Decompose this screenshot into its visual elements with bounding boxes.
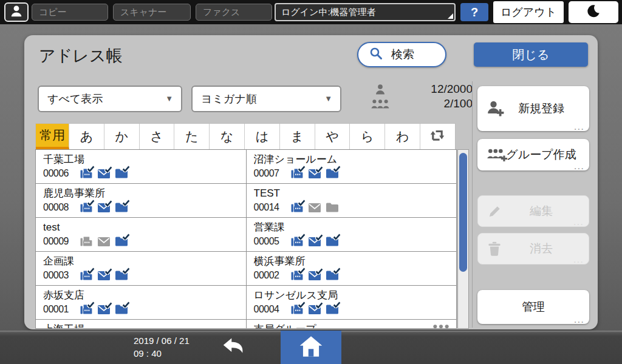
index-tab-か[interactable]: か xyxy=(104,124,140,149)
list-scrollbar-thumb[interactable] xyxy=(459,153,467,272)
home-icon xyxy=(299,335,323,360)
device-screen: コピー スキャナー ファクス ログイン中:機器管理者 ? ログアウト アドレス帳… xyxy=(0,0,622,364)
mail-icon xyxy=(98,169,110,178)
contact-code: 00003 xyxy=(43,270,75,281)
index-switch-button[interactable] xyxy=(420,124,455,149)
fax-icon xyxy=(80,203,92,212)
folder-icon xyxy=(115,169,128,178)
sort-value: ヨミガナ順 xyxy=(201,93,257,105)
entry-count: 12/2000 xyxy=(392,83,473,96)
contact-code: 00009 xyxy=(43,236,75,247)
contact-code: 00014 xyxy=(254,202,285,213)
contact-cell[interactable]: 上海工場 xyxy=(36,320,246,329)
contact-code: 00001 xyxy=(43,304,75,315)
contact-detail-line: 00006 xyxy=(43,168,240,179)
index-tab-た[interactable]: た xyxy=(174,124,210,149)
index-tab-さ[interactable]: さ xyxy=(140,124,175,149)
index-tab-常用[interactable]: 常用 xyxy=(36,124,69,149)
contact-cell[interactable]: 横浜事業所 00002 xyxy=(247,252,457,285)
delete-label: 消去 xyxy=(514,241,553,257)
folder-icon xyxy=(115,271,128,280)
ellipsis: ... xyxy=(573,218,584,226)
tab-copy[interactable]: コピー xyxy=(32,4,108,21)
index-tab-わ[interactable]: わ xyxy=(385,124,420,149)
filter-value: すべて表示 xyxy=(47,93,103,105)
contact-cell[interactable]: 赤坂支店 00001 xyxy=(36,286,246,319)
create-group-button[interactable]: グループ作成 ... xyxy=(477,139,589,170)
contact-detail-line: 00002 xyxy=(254,270,451,281)
contact-cell[interactable]: 千葉工場 00006 xyxy=(36,150,246,183)
contact-list: 千葉工場 00006 沼津ショールーム 00007 xyxy=(35,149,457,329)
close-button[interactable]: 閉じる xyxy=(474,42,588,67)
contact-name: 赤坂支店 xyxy=(43,288,240,303)
register-button[interactable]: 新規登録 ... xyxy=(477,86,589,131)
contact-code: 00004 xyxy=(254,304,285,315)
list-scrollbar-track[interactable] xyxy=(457,149,469,329)
trash-icon xyxy=(488,241,501,256)
delete-button[interactable]: 消去 ... xyxy=(477,233,589,265)
mail-icon xyxy=(98,271,110,280)
contact-cell[interactable]: 鹿児島事業所 00008 xyxy=(36,184,246,217)
folder-icon xyxy=(326,271,338,280)
index-tab-な[interactable]: な xyxy=(210,124,245,149)
contact-name: TEST xyxy=(254,186,451,201)
index-tab-ま[interactable]: ま xyxy=(280,124,315,149)
contact-cell[interactable]: 支局グループ xyxy=(247,320,457,329)
help-button[interactable]: ? xyxy=(460,3,488,21)
ellipsis: ... xyxy=(573,255,584,264)
contact-cell[interactable]: 企画課 00003 xyxy=(36,252,246,285)
contact-name: 営業課 xyxy=(254,220,451,235)
folder-icon xyxy=(115,237,128,246)
contact-code: 00007 xyxy=(254,168,285,179)
search-button[interactable]: 検索 xyxy=(357,42,446,67)
contact-cell[interactable]: 沼津ショールーム 00007 xyxy=(247,150,457,183)
group-count: 2/100 xyxy=(392,97,473,110)
contact-cell[interactable]: test 00009 xyxy=(36,218,246,251)
mail-icon xyxy=(309,237,321,246)
manage-button[interactable]: 管理 ... xyxy=(477,290,589,324)
folder-icon xyxy=(326,169,338,178)
logout-button[interactable]: ログアウト xyxy=(493,1,564,23)
user-button[interactable] xyxy=(4,2,29,22)
login-status[interactable]: ログイン中:機器管理者 xyxy=(275,3,456,21)
folder-icon xyxy=(326,237,338,246)
contact-detail-line: 00003 xyxy=(43,270,240,281)
sort-dropdown[interactable]: ヨミガナ順 ▼ xyxy=(191,86,341,112)
edit-button[interactable]: 編集 ... xyxy=(477,195,589,227)
date-label: 2019 / 06 / 21 xyxy=(134,334,190,347)
index-tab-や[interactable]: や xyxy=(315,124,350,149)
mail-icon xyxy=(98,237,110,246)
contact-cell[interactable]: 営業課 00005 xyxy=(247,218,457,251)
energy-saver-button[interactable] xyxy=(569,1,618,23)
fax-icon xyxy=(291,237,303,246)
contact-code: 00006 xyxy=(43,168,75,179)
group-member-icon xyxy=(432,325,450,329)
contact-detail-line: 00014 xyxy=(254,202,451,213)
folder-icon xyxy=(115,305,128,314)
index-tab-ら[interactable]: ら xyxy=(350,124,385,149)
contact-cell[interactable]: ロサンゼルス支局 00004 xyxy=(247,286,457,319)
contact-cell[interactable]: TEST 00014 xyxy=(247,184,457,217)
contact-code: 00002 xyxy=(254,270,285,281)
folder-icon xyxy=(326,305,338,314)
index-tab-は[interactable]: は xyxy=(245,124,280,149)
contact-detail-line: 00009 xyxy=(43,236,240,247)
home-button[interactable] xyxy=(281,331,341,364)
mail-icon xyxy=(98,305,110,314)
person-icon xyxy=(368,84,392,95)
chevron-down-icon: ▼ xyxy=(324,87,332,111)
tab-fax[interactable]: ファクス xyxy=(196,4,272,21)
index-tab-あ[interactable]: あ xyxy=(69,124,104,149)
pencil-icon xyxy=(488,204,502,218)
time-label: 09 : 40 xyxy=(134,347,190,360)
back-button[interactable] xyxy=(214,334,254,360)
edit-label: 編集 xyxy=(514,203,553,219)
top-bar: コピー スキャナー ファクス ログイン中:機器管理者 ? ログアウト xyxy=(0,0,622,24)
filter-dropdown[interactable]: すべて表示 ▼ xyxy=(38,86,182,112)
contact-name: ロサンゼルス支局 xyxy=(254,288,451,303)
mail-icon xyxy=(98,203,110,212)
capacity-counter: 12/2000 2/100 xyxy=(368,82,473,111)
ellipsis: ... xyxy=(574,162,584,170)
contact-name: 沼津ショールーム xyxy=(254,152,451,167)
tab-scanner[interactable]: スキャナー xyxy=(113,4,191,21)
